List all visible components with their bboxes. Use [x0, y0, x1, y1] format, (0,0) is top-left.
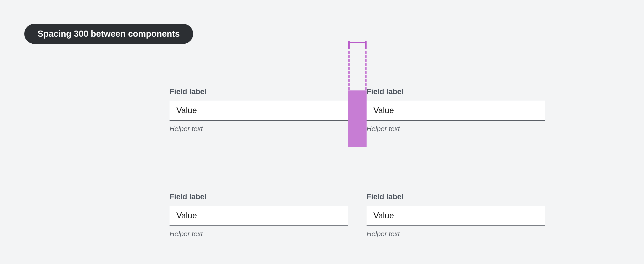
field-label: Field label — [366, 192, 545, 201]
field-row: Field label Helper text Field label Help… — [170, 87, 545, 133]
text-field: Field label Helper text — [170, 192, 348, 238]
field-input[interactable] — [366, 206, 545, 226]
field-helper: Helper text — [170, 125, 348, 133]
title-pill: Spacing 300 between components — [24, 24, 193, 44]
field-input[interactable] — [366, 100, 545, 121]
spacing-dash-left — [348, 51, 350, 90]
field-label: Field label — [170, 192, 348, 201]
field-row: Field label Helper text Field label Help… — [170, 192, 545, 238]
field-label: Field label — [170, 87, 348, 96]
text-field: Field label Helper text — [366, 192, 545, 238]
field-input[interactable] — [170, 100, 348, 121]
title-text: Spacing 300 between components — [38, 29, 180, 39]
spacing-ruler-icon — [348, 41, 366, 49]
field-label: Field label — [366, 87, 545, 96]
text-field: Field label Helper text — [170, 87, 348, 133]
field-helper: Helper text — [366, 125, 545, 133]
field-input[interactable] — [170, 206, 348, 226]
text-field: Field label Helper text — [366, 87, 545, 133]
field-grid: Field label Helper text Field label Help… — [170, 87, 545, 238]
spacing-dash-right — [365, 51, 366, 90]
field-helper: Helper text — [170, 230, 348, 238]
field-helper: Helper text — [366, 230, 545, 238]
